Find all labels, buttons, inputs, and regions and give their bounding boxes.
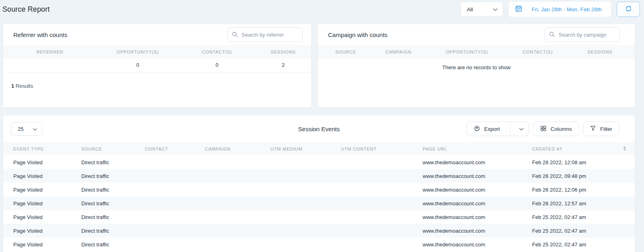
- session-events-panel: 25 Session Events: [3, 116, 635, 252]
- date-range-picker[interactable]: Fri, Jan 28th - Mon, Feb 28th: [509, 2, 611, 17]
- column-header-opportunities: OPPORTUNITY(S): [423, 45, 510, 58]
- referrer-search-input[interactable]: [227, 27, 303, 42]
- table-row: Page Visited Direct traffic www.thedemoa…: [3, 169, 635, 183]
- column-header-campaign: CAMPAIGN: [205, 142, 270, 155]
- table-row: Page Visited Direct traffic www.thedemoa…: [3, 196, 635, 210]
- source-cell: Direct traffic: [81, 238, 145, 251]
- page-url-cell: www.thedemoaccount.com: [423, 183, 532, 196]
- results-count: 1 Results: [3, 72, 311, 89]
- created-at-cell: Feb 26 2022, 12:06 pm: [532, 183, 623, 196]
- session-events-toolbar: 25 Session Events: [3, 116, 635, 142]
- contacts-cell: 0: [179, 58, 255, 72]
- page-url-cell: www.thedemoaccount.com: [423, 155, 532, 169]
- column-header-source: SOURCE: [318, 45, 374, 58]
- page-url-cell: www.thedemoaccount.com: [423, 169, 532, 183]
- utm-medium-cell: [270, 183, 341, 196]
- export-button[interactable]: Export: [467, 122, 506, 136]
- campaign-panel-title: Campaign with counts: [328, 31, 388, 38]
- column-header-sessions: SESSIONS: [255, 45, 311, 58]
- page-size-value: 25: [18, 126, 23, 132]
- campaign-cell: [205, 155, 270, 169]
- sort-arrows-icon[interactable]: [623, 147, 626, 152]
- sessions-cell: 2: [255, 58, 311, 72]
- search-icon: [232, 31, 238, 39]
- source-cell: Direct traffic: [81, 196, 145, 210]
- panels-row: Referrer with counts REFERRER OPPORTUNIT…: [0, 19, 644, 107]
- utm-medium-cell: [270, 210, 341, 224]
- campaign-panel-header: Campaign with counts: [318, 24, 635, 45]
- sort-header[interactable]: [623, 142, 635, 155]
- utm-medium-cell: [270, 196, 341, 210]
- chevron-down-icon: [33, 126, 37, 132]
- columns-button[interactable]: Columns: [533, 122, 579, 136]
- column-header-campaign: CAMPAIGN: [374, 45, 423, 58]
- topbar-controls: All: [460, 2, 640, 17]
- column-header-utm-content: UTM CONTENT: [341, 142, 423, 155]
- table-row: Page Visited Direct traffic www.thedemoa…: [3, 183, 635, 196]
- export-options-button[interactable]: [514, 122, 529, 136]
- referrer-panel-header: Referrer with counts: [3, 24, 311, 45]
- columns-grid-icon: [540, 125, 547, 133]
- column-header-contacts: CONTACT(S): [179, 45, 255, 58]
- empty-cell: [623, 224, 635, 238]
- event-type-cell: Page Visited: [3, 224, 81, 238]
- referrer-search: [227, 27, 303, 42]
- campaign-search: [545, 27, 620, 42]
- utm-medium-cell: [270, 238, 341, 251]
- event-type-cell: Page Visited: [3, 238, 81, 251]
- empty-state-message: There are no records to show: [318, 58, 635, 70]
- chevron-down-icon: [493, 6, 497, 12]
- session-events-table: EVENT TYPE SOURCE CONTACT CAMPAIGN UTM M…: [3, 142, 635, 251]
- table-row: 0 0 2: [3, 58, 311, 72]
- contact-cell: [145, 196, 205, 210]
- empty-cell: [623, 210, 635, 224]
- source-report-page: Source Report All: [0, 0, 644, 252]
- column-header-referrer: REFERRER: [3, 45, 97, 58]
- page-title: Source Report: [2, 5, 50, 14]
- contact-cell: [145, 238, 205, 251]
- empty-cell: [623, 169, 635, 183]
- campaign-cell: [205, 224, 270, 238]
- event-type-cell: Page Visited: [3, 155, 81, 169]
- scope-select[interactable]: All: [460, 2, 503, 17]
- utm-content-cell: [341, 169, 423, 183]
- column-header-utm-medium: UTM MEDIUM: [270, 142, 341, 155]
- utm-content-cell: [341, 238, 423, 251]
- filter-button[interactable]: Filter: [583, 122, 619, 136]
- download-icon: [474, 125, 480, 133]
- referrer-panel-title: Referrer with counts: [13, 31, 67, 38]
- chevron-down-icon: [519, 126, 524, 132]
- page-size-select[interactable]: 25: [11, 122, 42, 136]
- utm-content-cell: [341, 155, 423, 169]
- event-type-cell: Page Visited: [3, 210, 81, 224]
- results-count-number: 1: [11, 83, 14, 89]
- campaign-cell: [205, 210, 270, 224]
- refresh-button[interactable]: [617, 2, 640, 17]
- column-header-created-at[interactable]: CREATED AT: [532, 142, 623, 155]
- export-split-button: Export: [466, 122, 529, 136]
- campaign-search-input[interactable]: [545, 27, 620, 42]
- filter-button-label: Filter: [600, 126, 612, 132]
- created-at-cell: Feb 26 2022, 12:57 am: [532, 196, 623, 210]
- contact-cell: [145, 155, 205, 169]
- column-header-source: SOURCE: [81, 142, 145, 155]
- utm-content-cell: [341, 183, 423, 196]
- search-icon: [549, 31, 555, 39]
- campaign-cell: [205, 196, 270, 210]
- refresh-icon: [625, 5, 632, 13]
- empty-cell: [623, 238, 635, 251]
- export-button-label: Export: [484, 126, 500, 132]
- source-cell: Direct traffic: [81, 210, 145, 224]
- event-type-cell: Page Visited: [3, 196, 81, 210]
- table-row: Page Visited Direct traffic www.thedemoa…: [3, 155, 635, 169]
- scope-select-value: All: [467, 6, 473, 12]
- utm-medium-cell: [270, 155, 341, 169]
- empty-cell: [623, 183, 635, 196]
- opportunities-cell: 0: [97, 58, 179, 72]
- created-at-cell: Feb 28 2022, 12:08 am: [532, 155, 623, 169]
- campaign-table-header-row: SOURCE CAMPAIGN OPPORTUNITY(S) CONTACT(S…: [318, 45, 635, 58]
- campaign-cell: [205, 238, 270, 251]
- contact-cell: [145, 183, 205, 196]
- column-header-contact: CONTACT: [145, 142, 205, 155]
- empty-cell: [623, 155, 635, 169]
